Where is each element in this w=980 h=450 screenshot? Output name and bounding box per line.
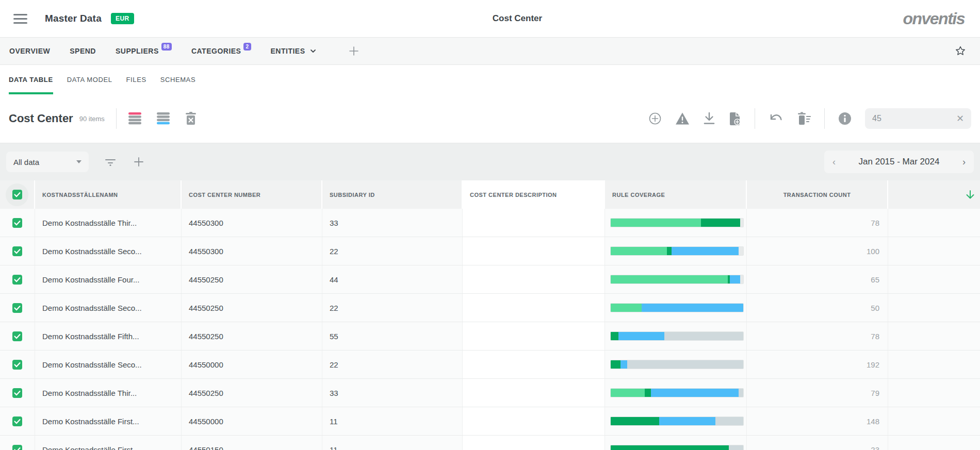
- cell-cost-center-description: [463, 407, 605, 435]
- cell-rule-coverage: [605, 407, 747, 435]
- row-checkbox[interactable]: [0, 209, 35, 237]
- rule-coverage-bar: [611, 275, 743, 284]
- column-header-coverage[interactable]: RULE COVERAGE: [605, 180, 747, 209]
- subtab-schemas[interactable]: SCHEMAS: [160, 65, 196, 94]
- cell-cost-center-number: 44550250: [182, 265, 322, 293]
- clear-selection-icon[interactable]: ✕: [956, 114, 964, 123]
- info-icon[interactable]: [838, 112, 852, 125]
- row-checkbox[interactable]: [0, 237, 35, 265]
- favorite-star-icon[interactable]: [954, 45, 967, 57]
- add-tab-icon[interactable]: [348, 45, 360, 57]
- database-source-icon[interactable]: [128, 112, 142, 125]
- rule-coverage-bar: [611, 417, 743, 425]
- column-header-number[interactable]: COST CENTER NUMBER: [182, 180, 322, 209]
- cell-cost-center-number: 44550300: [182, 209, 322, 237]
- row-checkbox[interactable]: [0, 407, 35, 435]
- currency-badge: EUR: [111, 13, 134, 24]
- table-title: Cost Center: [9, 112, 73, 125]
- selection-count-input[interactable]: [872, 114, 950, 123]
- date-range-value: Jan 2015 - Mar 2024: [859, 157, 940, 167]
- column-header-description[interactable]: COST CENTER DESCRIPTION: [463, 180, 605, 209]
- cell-cost-center-description: [463, 379, 605, 407]
- table-row[interactable]: Demo Kostnadsställe Seco... 44550300 22 …: [0, 237, 980, 265]
- sort-descending-icon[interactable]: [965, 189, 976, 201]
- database-target-icon[interactable]: [156, 112, 170, 125]
- cell-subsidiary-id: 33: [322, 379, 463, 407]
- row-checkbox[interactable]: [0, 436, 35, 450]
- hamburger-menu-icon[interactable]: [13, 14, 27, 24]
- cell-transaction-count: 65: [747, 265, 888, 293]
- clear-rules-icon[interactable]: [796, 112, 811, 125]
- dataset-selector-value: All data: [13, 158, 39, 166]
- tab-categories[interactable]: CATEGORIES2: [191, 47, 251, 55]
- cell-empty: [888, 436, 980, 450]
- date-prev-icon[interactable]: ‹: [832, 157, 836, 168]
- item-count: 90 items: [79, 115, 105, 123]
- cell-subsidiary-id: 55: [322, 322, 463, 350]
- tab-suppliers[interactable]: SUPPLIERS88: [116, 47, 172, 55]
- cell-kostnadsstallenamn: Demo Kostnadsställe Seco...: [35, 294, 182, 322]
- categories-count-badge: 2: [243, 43, 251, 51]
- cell-kostnadsstallenamn: Demo Kostnadsställe Seco...: [35, 351, 182, 378]
- cell-subsidiary-id: 44: [322, 265, 463, 293]
- add-filter-icon[interactable]: [133, 156, 144, 168]
- add-file-icon[interactable]: [729, 112, 741, 126]
- cell-kostnadsstallenamn: Demo Kostnadsställe Seco...: [35, 237, 182, 265]
- row-checkbox[interactable]: [0, 351, 35, 378]
- cell-subsidiary-id: 11: [322, 436, 463, 450]
- download-icon[interactable]: [703, 112, 715, 125]
- tab-spend[interactable]: SPEND: [70, 47, 96, 55]
- dataset-selector[interactable]: All data: [6, 152, 89, 172]
- warning-icon[interactable]: [675, 112, 690, 125]
- tab-overview[interactable]: OVERVIEW: [9, 47, 50, 55]
- cell-transaction-count: 192: [747, 351, 888, 378]
- row-checkbox[interactable]: [0, 379, 35, 407]
- column-header-transactions[interactable]: TRANSACTION COUNT: [747, 180, 888, 209]
- table-row[interactable]: Demo Kostnadsställe Four... 44550250 44 …: [0, 265, 980, 294]
- cell-cost-center-number: 44550000: [182, 407, 322, 435]
- cell-kostnadsstallenamn: Demo Kostnadsställe Fifth...: [35, 322, 182, 350]
- rule-coverage-bar: [611, 445, 743, 450]
- row-checkbox[interactable]: [0, 294, 35, 322]
- table-row[interactable]: Demo Kostnadsställe Seco... 44550250 22 …: [0, 294, 980, 322]
- column-header-name[interactable]: KOSTNADSSTÄLLENAMN: [35, 180, 182, 209]
- table-row[interactable]: Demo Kostnadsställe Thir... 44550250 33 …: [0, 379, 980, 407]
- cell-empty: [888, 379, 980, 407]
- delete-table-icon[interactable]: [185, 112, 197, 125]
- date-range-selector[interactable]: ‹ Jan 2015 - Mar 2024 ›: [824, 151, 974, 173]
- divider: [116, 108, 117, 129]
- table-row[interactable]: Demo Kostnadsställe Seco... 44550000 22 …: [0, 351, 980, 379]
- undo-icon[interactable]: [769, 112, 783, 125]
- rule-coverage-bar: [611, 219, 743, 227]
- filter-icon[interactable]: [104, 156, 117, 168]
- table-row[interactable]: Demo Kostnadsställe Fifth... 44550250 55…: [0, 322, 980, 351]
- table-row[interactable]: Demo Kostnadsställe First... 44550000 11…: [0, 407, 980, 436]
- tab-entities[interactable]: ENTITIES: [271, 47, 317, 55]
- row-checkbox[interactable]: [0, 322, 35, 350]
- cell-empty: [888, 351, 980, 378]
- cell-empty: [888, 237, 980, 265]
- cell-rule-coverage: [605, 322, 747, 350]
- subtab-data-model[interactable]: DATA MODEL: [67, 65, 112, 94]
- date-next-icon[interactable]: ›: [962, 157, 966, 168]
- column-header-subsidiary[interactable]: SUBSIDIARY ID: [322, 180, 463, 209]
- suppliers-count-badge: 88: [161, 43, 172, 51]
- table-row[interactable]: Demo Kostnadsställe First... 44550150 11…: [0, 436, 980, 450]
- cell-kostnadsstallenamn: Demo Kostnadsställe Thir...: [35, 379, 182, 407]
- subtab-data-table[interactable]: DATA TABLE: [9, 65, 53, 94]
- select-all-checkbox[interactable]: [0, 180, 35, 209]
- row-checkbox[interactable]: [0, 265, 35, 293]
- cell-kostnadsstallenamn: Demo Kostnadsställe First...: [35, 407, 182, 435]
- add-row-icon[interactable]: [648, 112, 662, 125]
- divider: [755, 108, 755, 129]
- cell-subsidiary-id: 22: [322, 294, 463, 322]
- cell-transaction-count: 79: [747, 379, 888, 407]
- cell-kostnadsstallenamn: Demo Kostnadsställe First...: [35, 436, 182, 450]
- cell-subsidiary-id: 11: [322, 407, 463, 435]
- cell-empty: [888, 294, 980, 322]
- cell-cost-center-description: [463, 436, 605, 450]
- subtab-files[interactable]: FILES: [126, 65, 146, 94]
- table-row[interactable]: Demo Kostnadsställe Thir... 44550300 33 …: [0, 209, 980, 237]
- chevron-down-icon: [309, 47, 317, 55]
- cell-rule-coverage: [605, 351, 747, 378]
